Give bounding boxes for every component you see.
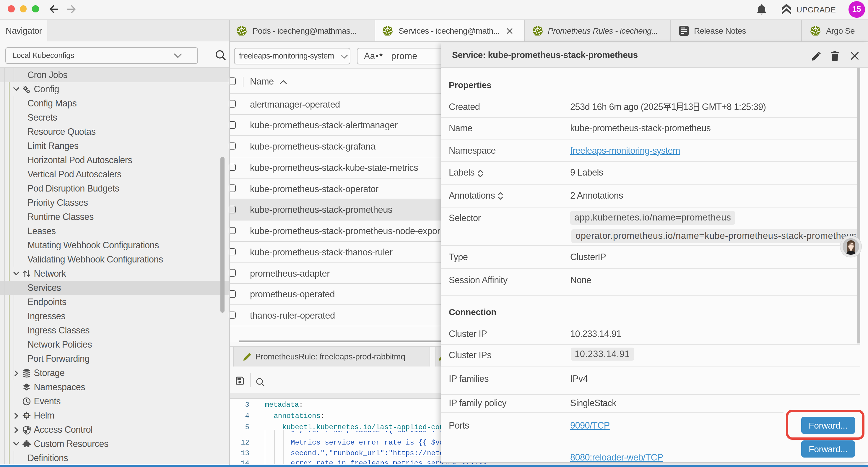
- svg-text:HELM: HELM: [24, 415, 29, 417]
